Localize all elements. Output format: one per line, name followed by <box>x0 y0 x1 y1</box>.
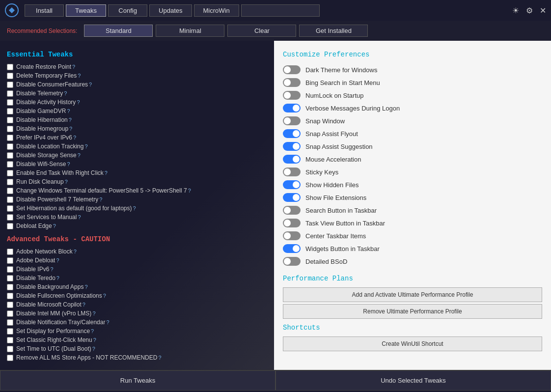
essential-tweak-checkbox-6[interactable] <box>7 117 13 123</box>
advanced-tweaks-title: Advanced Tweaks - CAUTION <box>7 235 267 243</box>
essential-tweak-checkbox-9[interactable] <box>7 143 13 150</box>
sun-icon[interactable]: ☀ <box>512 6 519 15</box>
essential-tweak-checkbox-1[interactable] <box>7 73 13 79</box>
advanced-tweak-checkbox-8[interactable] <box>7 319 13 326</box>
pref-toggle-7[interactable] <box>283 155 301 164</box>
tweak-help-icon[interactable]: ? <box>93 337 96 343</box>
tweak-help-icon[interactable]: ? <box>105 170 108 176</box>
pref-toggle-11[interactable] <box>283 206 301 215</box>
tweak-help-icon[interactable]: ? <box>188 188 191 194</box>
tweak-help-icon[interactable]: ? <box>64 90 67 96</box>
tweak-help-icon[interactable]: ? <box>99 196 102 202</box>
tab-updates[interactable]: Updates <box>149 4 192 17</box>
essential-tweak-checkbox-12[interactable] <box>7 170 13 176</box>
essential-tweak-checkbox-10[interactable] <box>7 152 13 159</box>
tweak-help-icon[interactable]: ? <box>67 161 70 167</box>
remove-performance-profile-button[interactable]: Remove Ultimate Performance Profile <box>283 304 542 319</box>
essential-tweak-checkbox-11[interactable] <box>7 161 13 168</box>
pref-toggle-4[interactable] <box>283 116 301 125</box>
pref-toggle-10[interactable] <box>283 193 301 202</box>
rec-btn-standard[interactable]: Standard <box>84 25 153 37</box>
tweak-help-icon[interactable]: ? <box>158 355 161 361</box>
tweak-help-icon[interactable]: ? <box>106 319 109 325</box>
tweak-help-icon[interactable]: ? <box>69 117 72 123</box>
essential-tweak-checkbox-14[interactable] <box>7 188 13 194</box>
essential-tweak-checkbox-16[interactable] <box>7 205 13 212</box>
gear-icon[interactable]: ⚙ <box>526 6 533 15</box>
tweak-help-icon[interactable]: ? <box>133 205 136 211</box>
tweak-help-icon[interactable]: ? <box>69 126 72 132</box>
essential-tweak-checkbox-0[interactable] <box>7 64 13 70</box>
tweak-help-icon[interactable]: ? <box>74 249 77 254</box>
create-winutil-shortcut-button[interactable]: Create WinUtil Shortcut <box>283 336 542 351</box>
pref-toggle-2[interactable] <box>283 91 301 100</box>
rec-btn-get-installed[interactable]: Get Installed <box>299 25 368 37</box>
tweak-help-icon[interactable]: ? <box>72 64 75 70</box>
essential-tweak-checkbox-15[interactable] <box>7 196 13 203</box>
pref-toggle-6[interactable] <box>283 142 301 151</box>
advanced-tweak-checkbox-9[interactable] <box>7 328 13 335</box>
pref-toggle-15[interactable] <box>283 257 301 266</box>
tweak-help-icon[interactable]: ? <box>92 346 95 352</box>
tweak-help-icon[interactable]: ? <box>84 143 87 149</box>
advanced-tweak-checkbox-11[interactable] <box>7 346 13 352</box>
essential-tweak-checkbox-7[interactable] <box>7 126 13 132</box>
essential-tweak-checkbox-2[interactable] <box>7 82 13 88</box>
advanced-tweak-checkbox-10[interactable] <box>7 337 13 343</box>
tweak-help-icon[interactable]: ? <box>78 214 81 220</box>
close-icon[interactable]: ✕ <box>540 6 546 15</box>
essential-tweak-checkbox-17[interactable] <box>7 214 13 221</box>
pref-toggle-13[interactable] <box>283 231 301 240</box>
tweak-help-icon[interactable]: ? <box>53 223 56 229</box>
advanced-tweak-checkbox-1[interactable] <box>7 257 13 264</box>
tweak-help-icon[interactable]: ? <box>92 310 95 316</box>
essential-tweak-checkbox-13[interactable] <box>7 179 13 185</box>
rec-btn-minimal[interactable]: Minimal <box>156 25 224 37</box>
advanced-tweak-checkbox-7[interactable] <box>7 310 13 317</box>
tweak-help-icon[interactable]: ? <box>73 135 76 140</box>
toggle-thumb <box>293 245 300 252</box>
tweak-help-icon[interactable]: ? <box>56 275 59 281</box>
tweak-help-icon[interactable]: ? <box>83 302 85 308</box>
advanced-tweak-checkbox-6[interactable] <box>7 302 13 308</box>
tweak-help-icon[interactable]: ? <box>65 179 68 185</box>
advanced-tweak-checkbox-0[interactable] <box>7 249 13 255</box>
advanced-tweak-checkbox-4[interactable] <box>7 284 13 290</box>
pref-toggle-3[interactable] <box>283 104 301 112</box>
rec-btn-clear[interactable]: Clear <box>227 25 296 37</box>
undo-selected-tweaks-button[interactable]: Undo Selected Tweaks <box>276 370 551 391</box>
pref-toggle-9[interactable] <box>283 180 301 189</box>
essential-tweak-checkbox-4[interactable] <box>7 99 13 106</box>
essential-tweak-checkbox-8[interactable] <box>7 135 13 141</box>
run-tweaks-button[interactable]: Run Tweaks <box>0 370 276 391</box>
essential-tweak-checkbox-5[interactable] <box>7 108 13 114</box>
pref-toggle-5[interactable] <box>283 129 301 138</box>
tab-microwin[interactable]: MicroWin <box>194 4 239 17</box>
tweak-help-icon[interactable]: ? <box>56 257 59 263</box>
tweak-help-icon[interactable]: ? <box>91 328 94 334</box>
tab-config[interactable]: Config <box>108 4 147 17</box>
pref-toggle-0[interactable] <box>283 65 301 74</box>
tweak-help-icon[interactable]: ? <box>78 152 81 158</box>
advanced-tweak-checkbox-5[interactable] <box>7 293 13 299</box>
essential-tweak-checkbox-18[interactable] <box>7 223 13 229</box>
tweak-help-icon[interactable]: ? <box>84 284 87 290</box>
advanced-tweak-checkbox-3[interactable] <box>7 275 13 281</box>
pref-toggle-8[interactable] <box>283 168 301 176</box>
advanced-tweak-checkbox-2[interactable] <box>7 266 13 273</box>
tweak-help-icon[interactable]: ? <box>103 293 106 299</box>
tweak-help-icon[interactable]: ? <box>78 73 81 79</box>
pref-toggle-1[interactable] <box>283 78 301 87</box>
tweak-help-icon[interactable]: ? <box>50 266 53 272</box>
essential-tweak-checkbox-3[interactable] <box>7 90 13 97</box>
add-performance-profile-button[interactable]: Add and Activate Ultimate Performance Pr… <box>283 287 542 302</box>
tweak-help-icon[interactable]: ? <box>77 99 80 105</box>
advanced-tweak-checkbox-12[interactable] <box>7 355 13 361</box>
tab-install[interactable]: Install <box>25 4 64 17</box>
tweak-help-icon[interactable]: ? <box>67 108 70 114</box>
pref-toggle-12[interactable] <box>283 219 301 227</box>
tab-search[interactable] <box>241 4 320 17</box>
tweak-help-icon[interactable]: ? <box>89 82 92 87</box>
tab-tweaks[interactable]: Tweaks <box>66 4 106 17</box>
pref-toggle-14[interactable] <box>283 244 301 253</box>
